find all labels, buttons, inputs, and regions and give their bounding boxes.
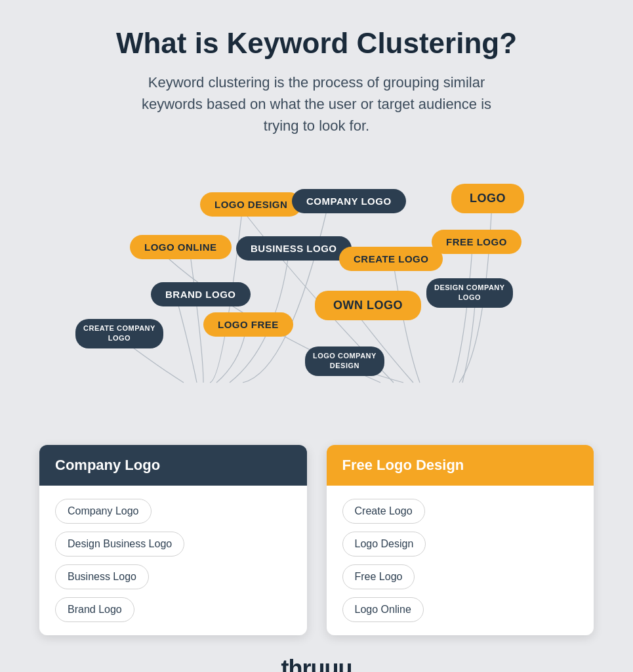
cluster-free-logo-header: Free Logo Design xyxy=(327,445,594,486)
chip-design-company-logo: DESIGN COMPANYLOGO xyxy=(426,278,513,308)
brand-logo: thruuu xyxy=(39,655,594,672)
list-item: Brand Logo xyxy=(55,597,134,622)
list-item: Logo Design xyxy=(342,532,426,556)
chip-company-logo: COMPANY LOGO xyxy=(292,189,406,213)
chip-create-logo: CREATE LOGO xyxy=(339,247,443,271)
clusters-section: Company Logo Company Logo Design Busines… xyxy=(39,445,594,635)
page-subtitle: Keyword clustering is the process of gro… xyxy=(133,72,500,136)
chip-create-company-logo: CREATE COMPANYLOGO xyxy=(75,319,163,348)
chip-logo-design: LOGO DESIGN xyxy=(200,192,302,217)
cluster-company-logo-header: Company Logo xyxy=(39,445,307,486)
cluster-free-logo-body: Create Logo Logo Design Free Logo Logo O… xyxy=(327,486,594,635)
diagram-section: LOGO DESIGN COMPANY LOGO LOGO LOGO ONLIN… xyxy=(39,156,594,432)
chip-logo-company-design: LOGO COMPANYDESIGN xyxy=(305,346,384,376)
list-item: Logo Online xyxy=(342,597,424,622)
page-title: What is Keyword Clustering? xyxy=(39,26,594,61)
cluster-company-logo-body: Company Logo Design Business Logo Busine… xyxy=(39,486,307,635)
chip-own-logo: OWN LOGO xyxy=(315,291,421,320)
chip-logo: LOGO xyxy=(451,184,524,213)
list-item: Company Logo xyxy=(55,499,152,524)
list-item: Design Business Logo xyxy=(55,532,184,556)
chip-business-logo: BUSINESS LOGO xyxy=(236,236,352,261)
chip-free-logo: FREE LOGO xyxy=(432,230,521,254)
list-item: Business Logo xyxy=(55,564,149,589)
chip-logo-free: LOGO FREE xyxy=(203,312,293,337)
chip-logo-online: LOGO ONLINE xyxy=(130,235,232,259)
cluster-company-logo: Company Logo Company Logo Design Busines… xyxy=(39,445,307,635)
chip-brand-logo: BRAND LOGO xyxy=(151,282,251,306)
list-item: Free Logo xyxy=(342,564,415,589)
list-item: Create Logo xyxy=(342,499,425,524)
cluster-free-logo-design: Free Logo Design Create Logo Logo Design… xyxy=(327,445,594,635)
page-wrapper: What is Keyword Clustering? Keyword clus… xyxy=(0,0,633,672)
header-section: What is Keyword Clustering? Keyword clus… xyxy=(39,26,594,136)
